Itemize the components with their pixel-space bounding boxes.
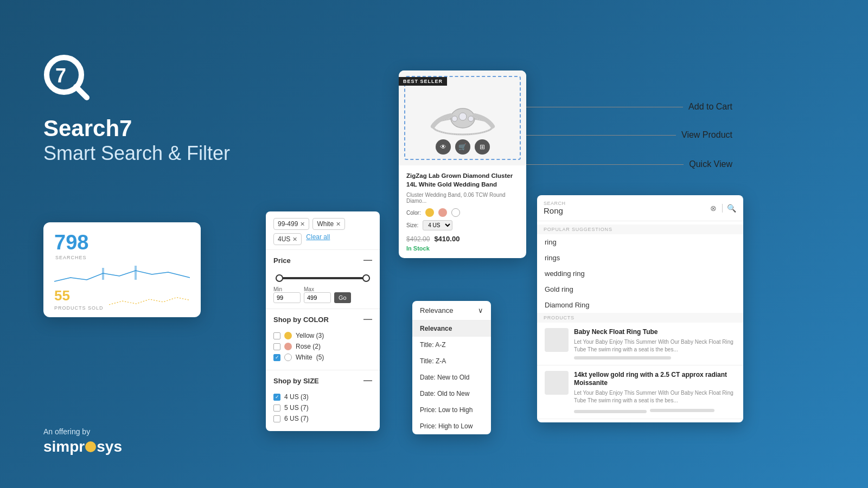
rose-dot [284, 343, 292, 350]
offering-section: An offering by simprsys [43, 427, 122, 455]
suggestion-ring[interactable]: ring [537, 234, 743, 250]
sort-dropdown: Relevance ∨ Relevance Title: A-Z Title: … [412, 301, 491, 434]
brand-title: Search7 [43, 116, 230, 141]
sort-item-az[interactable]: Title: A-Z [412, 337, 491, 353]
view-icon-btn[interactable]: 👁 [436, 139, 451, 155]
search-clear-icon[interactable]: ⊗ [708, 203, 719, 214]
filter-price-header[interactable]: Price — [266, 250, 380, 271]
suggestion-diamond-ring[interactable]: Diamond Ring [537, 297, 743, 313]
products-sold-label: PRODUCTS SOLD [54, 305, 104, 311]
sort-header[interactable]: Relevance ∨ [412, 301, 491, 320]
sort-item-relevance[interactable]: Relevance [412, 320, 491, 337]
color-white-checkbox[interactable]: ✓ [273, 354, 280, 361]
color-swatch-yellow[interactable] [425, 208, 434, 217]
product-color-row: Color: [406, 208, 519, 217]
price-go-button[interactable]: Go [334, 292, 351, 303]
color-swatch-rose[interactable] [438, 208, 447, 217]
sort-relevance-label: Relevance [420, 306, 453, 314]
offering-label: An offering by [43, 427, 122, 436]
svg-rect-3 [102, 268, 104, 280]
size-6us-checkbox[interactable] [273, 415, 280, 422]
sort-chevron: ∨ [478, 306, 483, 314]
search-product-2[interactable]: 14kt yellow gold ring with a 2.5 CT appr… [537, 365, 743, 419]
tag-white[interactable]: White ✕ [312, 218, 345, 230]
searches-count: 798 [54, 232, 88, 253]
search-product-bar-1 [574, 356, 671, 359]
filter-panel: 99-499 ✕ White ✕ 4US ✕ Clear all Price — [266, 211, 380, 431]
color-yellow[interactable]: Yellow (3) [273, 332, 372, 339]
filter-color-section: Shop by COLOR — Yellow (3) Rose (2) ✓ Wh… [266, 309, 380, 370]
suggestion-rings[interactable]: rings [537, 250, 743, 266]
searches-chart [54, 262, 190, 284]
sort-item-new[interactable]: Date: New to Old [412, 369, 491, 386]
analytics-card: 798 SEARCHES 55 PRODUCTS SOLD [43, 222, 201, 317]
suggestions-section: POPULAR SUGGESTIONS ring rings wedding r… [537, 221, 743, 422]
color-rose-checkbox[interactable] [273, 343, 280, 350]
search-submit-icon[interactable]: 🔍 [726, 203, 737, 214]
color-collapse-icon[interactable]: — [363, 314, 372, 324]
size-collapse-icon[interactable]: — [363, 376, 372, 386]
price-max-input[interactable] [304, 292, 331, 303]
suggestion-wedding-ring[interactable]: wedding ring [537, 266, 743, 281]
tag-white-close[interactable]: ✕ [336, 221, 341, 228]
clear-all-button[interactable]: Clear all [306, 233, 330, 245]
filter-size-header[interactable]: Shop by SIZE — [266, 370, 380, 391]
color-label: Color: [406, 210, 421, 216]
svg-rect-4 [135, 266, 137, 280]
in-stock-badge: In Stock [406, 245, 519, 252]
sort-item-old[interactable]: Date: Old to New [412, 386, 491, 402]
product-size-row: Size: 4 US 5 US 6 US [406, 220, 519, 230]
product-price-row: $492.00 $410.00 [406, 235, 519, 243]
search-product-desc-2: Let Your Baby Enjoy This Summer With Our… [574, 389, 736, 404]
view-product-annotation: View Product [526, 130, 732, 140]
size-4us-checkbox[interactable]: ✓ [273, 394, 280, 401]
simprosys-logo: simprsys [43, 438, 122, 455]
cart-icon-btn[interactable]: 🛒 [455, 139, 470, 155]
filter-tags-row: 99-499 ✕ White ✕ 4US ✕ Clear all [266, 211, 380, 249]
filter-color-body: Yellow (3) Rose (2) ✓ White (5) [266, 330, 380, 370]
search-product-bar-2a [574, 410, 647, 413]
price-collapse-icon[interactable]: — [363, 255, 372, 265]
price-slider[interactable] [276, 277, 370, 279]
size-6us[interactable]: 6 US (7) [273, 415, 372, 422]
svg-text:7: 7 [55, 65, 66, 87]
svg-line-1 [76, 87, 87, 98]
add-to-cart-annotation: Add to Cart [526, 102, 732, 112]
sort-item-price-desc[interactable]: Price: High to Low [412, 418, 491, 434]
suggestion-gold-ring[interactable]: Gold ring [537, 281, 743, 297]
search7-logo: 7 [43, 54, 92, 103]
tag-price[interactable]: 99-499 ✕ [273, 218, 309, 230]
size-5us-checkbox[interactable] [273, 404, 280, 412]
price-old: $492.00 [406, 235, 430, 243]
price-min-input[interactable] [273, 292, 301, 303]
svg-point-8 [459, 113, 467, 120]
svg-point-10 [468, 116, 474, 121]
search-product-1[interactable]: Baby Neck Float Ring Tube Let Your Baby … [537, 323, 743, 365]
tag-price-close[interactable]: ✕ [300, 221, 305, 228]
search-product-title-2: 14kt yellow gold ring with a 2.5 CT appr… [574, 371, 736, 388]
add-to-cart-label: Add to Cart [683, 102, 732, 112]
color-swatch-white[interactable] [451, 208, 460, 217]
search-value[interactable]: Rong [544, 206, 704, 215]
tag-size-close[interactable]: ✕ [292, 236, 297, 243]
search-panel: Search Rong ⊗ 🔍 POPULAR SUGGESTIONS ring… [537, 195, 743, 422]
tag-size[interactable]: 4US ✕ [273, 233, 302, 245]
sort-item-za[interactable]: Title: Z-A [412, 353, 491, 369]
size-4us[interactable]: ✓ 4 US (3) [273, 393, 372, 401]
color-yellow-checkbox[interactable] [273, 332, 280, 339]
sort-item-price-asc[interactable]: Price: Low to High [412, 402, 491, 418]
filter-color-header[interactable]: Shop by COLOR — [266, 309, 380, 330]
searches-label: SEARCHES [55, 255, 88, 260]
color-white[interactable]: ✓ White (5) [273, 354, 372, 361]
color-rose[interactable]: Rose (2) [273, 343, 372, 350]
search-product-desc-1: Let Your Baby Enjoy This Summer With Our… [574, 338, 736, 354]
min-label: Min [273, 286, 301, 292]
yellow-dot [284, 332, 292, 339]
search-product-info-2: 14kt yellow gold ring with a 2.5 CT appr… [574, 371, 736, 413]
size-5us[interactable]: 5 US (7) [273, 404, 372, 412]
search-product-bar-2b [650, 409, 714, 412]
product-card: BEST SELLER 👁 🛒 ⊞ ZigZag Lab Grown Diamo… [399, 70, 526, 258]
size-select[interactable]: 4 US 5 US 6 US [423, 220, 452, 230]
compare-icon-btn[interactable]: ⊞ [475, 139, 490, 155]
brand-subtitle: Smart Search & Filter [43, 141, 230, 166]
